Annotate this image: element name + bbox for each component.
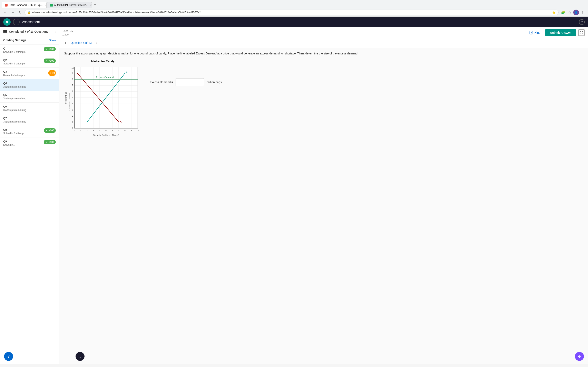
- watermark: © Macmillan Learning: [68, 93, 70, 111]
- tab-close-ai[interactable]: ✕: [89, 3, 92, 7]
- question-item-q7[interactable]: Q7 3 attempts remaining: [0, 114, 59, 126]
- q8-label: Q8: [3, 128, 24, 131]
- q9-badge: ✓ +100: [44, 140, 56, 144]
- excess-demand-input[interactable]: [176, 78, 204, 86]
- y-tick-0: 0: [72, 127, 73, 129]
- points-unit: pts: [69, 30, 73, 33]
- y-tick-1: 1: [72, 121, 73, 123]
- question-item-q8[interactable]: Q8 Solved in 1 attempt ✓ +100: [0, 126, 59, 137]
- sidebar-collapse-button[interactable]: ‹: [55, 30, 56, 33]
- next-question-button[interactable]: ›: [94, 40, 100, 46]
- top-nav: Assessment ?: [0, 17, 588, 27]
- market-chart[interactable]: S D: [64, 65, 142, 138]
- q5-info: Q5 3 attempts remaining: [3, 93, 26, 100]
- check-icon: ✓: [45, 48, 48, 51]
- question-item-q5[interactable]: Q5 3 attempts remaining: [0, 91, 59, 103]
- q1-badge: ✓ +100: [44, 47, 56, 51]
- question-list: Q1 Solved in 2 attempts ✓ +100 Q2 Solved…: [0, 44, 59, 364]
- browser-chrome: HW4: Homework - Ch. 4: Equ... ✕ AI Math …: [0, 0, 588, 17]
- question-item-q3[interactable]: Q3 Ran out of attempts ⊘ +0: [0, 68, 59, 79]
- q3-no-icon: ⊘: [49, 72, 52, 75]
- address-bar: ← → ↻ 🔒 achieve.macmillanlearning.com/co…: [0, 8, 588, 17]
- q1-sublabel: Solved in 2 attempts: [3, 50, 26, 53]
- scroll-down-button[interactable]: ↓: [76, 352, 85, 361]
- tab-favicon-ai: [50, 4, 53, 7]
- tab-hw4[interactable]: HW4: Homework - Ch. 4: Equ... ✕: [2, 2, 47, 8]
- question-item-q2[interactable]: Q2 Solved in 3 attempts ✓ +100: [0, 56, 59, 68]
- question-item-q4[interactable]: Q4 3 attempts remaining: [0, 79, 59, 91]
- tab-bar: HW4: Homework - Ch. 4: Equ... ✕ AI Math …: [0, 0, 588, 8]
- extensions-button[interactable]: 🧩: [560, 9, 566, 15]
- show-grading-link[interactable]: Show: [49, 39, 56, 42]
- excess-demand-label: Excess Demand: [96, 76, 114, 79]
- main-area: Completed 7 of 13 Questions ‹ Grading Se…: [0, 27, 588, 364]
- q3-points: +0: [52, 72, 55, 75]
- x-tick-0: 0: [74, 129, 75, 132]
- y-tick-2: 2: [72, 115, 73, 117]
- help-button[interactable]: ?: [579, 19, 585, 25]
- url-bar[interactable]: 🔒 achieve.macmillanlearning.com/courses/…: [25, 9, 559, 15]
- q6-info: Q6 3 attempts remaining: [3, 105, 26, 111]
- y-tick-10: 10: [71, 67, 74, 69]
- q8-sublabel: Solved in 1 attempt: [3, 132, 24, 135]
- q3-info: Q3 Ran out of attempts: [3, 70, 25, 77]
- question-label: Question 4 of 13: [71, 41, 92, 44]
- x-tick-3: 3: [93, 129, 94, 132]
- new-tab-button[interactable]: +: [92, 2, 98, 8]
- points-value: +667: [62, 30, 68, 33]
- q2-badge: ✓ +100: [44, 58, 56, 63]
- hint-label: Hint: [535, 31, 540, 34]
- question-item-q6[interactable]: Q6 3 attempts remaining: [0, 103, 59, 114]
- q7-label: Q7: [3, 117, 26, 120]
- answer-area: Excess Demand = million bags: [150, 78, 222, 86]
- q5-label: Q5: [3, 93, 26, 96]
- bookmark-button[interactable]: ☆: [567, 9, 572, 15]
- hamburger-icon[interactable]: [3, 30, 7, 33]
- forward-button[interactable]: →: [10, 9, 16, 15]
- q1-points: +100: [49, 48, 54, 50]
- fullscreen-icon: [580, 31, 583, 34]
- grading-settings-label: Grading Settings: [3, 39, 26, 42]
- points-display: +667 pts /1300: [62, 29, 73, 36]
- q8-badge: ✓ +100: [44, 128, 56, 133]
- q3-label: Q3: [3, 70, 25, 73]
- q8-points: +100: [49, 129, 54, 132]
- check-icon-q2: ✓: [45, 59, 48, 62]
- hint-button[interactable]: Hint: [526, 29, 543, 36]
- menu-button[interactable]: ⋮: [580, 9, 586, 15]
- q2-info: Q2 Solved in 3 attempts: [3, 58, 26, 65]
- url-text: achieve.macmillanlearning.com/courses/71…: [32, 11, 551, 14]
- nav-title: Assessment: [22, 20, 40, 24]
- q4-info: Q4 3 attempts remaining: [3, 82, 26, 88]
- sidebar-completed-text: Completed 7 of 13 Questions: [9, 30, 53, 33]
- fullscreen-button[interactable]: [578, 29, 585, 36]
- question-item-q1[interactable]: Q1 Solved in 2 attempts ✓ +100: [0, 44, 59, 56]
- profile-button[interactable]: 👤: [573, 9, 579, 15]
- reload-button[interactable]: ↻: [17, 9, 23, 15]
- graph-title: Market for Candy: [64, 60, 142, 63]
- q9-points: +100: [49, 141, 54, 143]
- q1-info: Q1 Solved in 2 attempts: [3, 47, 26, 53]
- q7-sublabel: 3 attempts remaining: [3, 120, 26, 123]
- back-button[interactable]: ←: [2, 9, 8, 15]
- submit-answer-button[interactable]: Submit Answer: [545, 29, 576, 36]
- back-nav-button[interactable]: [13, 19, 20, 25]
- q4-label: Q4: [3, 82, 26, 85]
- bot-button[interactable]: ⚙: [575, 352, 584, 361]
- q3-sublabel: Ran out of attempts: [3, 74, 25, 77]
- home-button[interactable]: [3, 18, 11, 26]
- tab-expand-button[interactable]: ⋯: [581, 2, 586, 8]
- tab-ai[interactable]: AI Math GPT Solver Powered... ✕: [47, 2, 92, 8]
- y-tick-6: 6: [72, 90, 73, 92]
- question-item-q9[interactable]: Q9 Solved in... ✓ +100: [0, 137, 59, 149]
- answer-section: Excess Demand = million bags: [150, 60, 222, 86]
- browser-icons: 🧩 ☆ 👤 ⋮: [560, 9, 586, 15]
- x-tick-5: 5: [105, 129, 107, 132]
- tab-close-hw4[interactable]: ✕: [44, 3, 47, 7]
- prev-question-button[interactable]: ‹: [62, 40, 68, 46]
- help-bubble-button[interactable]: ?: [4, 352, 13, 361]
- x-tick-10: 10: [136, 129, 139, 132]
- question-text: Suppose the accompanying graph depicts a…: [64, 51, 583, 56]
- q2-points: +100: [49, 59, 54, 62]
- x-tick-4: 4: [99, 129, 100, 132]
